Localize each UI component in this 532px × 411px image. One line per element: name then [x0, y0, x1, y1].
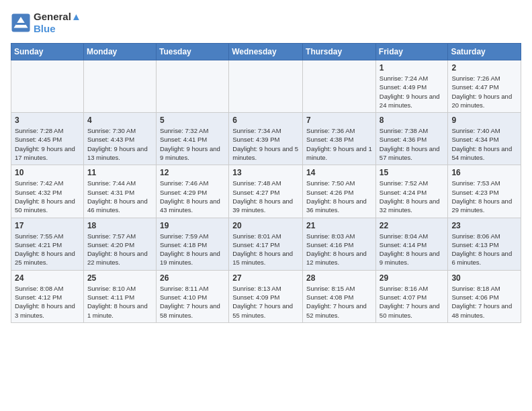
calendar-cell: 14Sunrise: 7:50 AMSunset: 4:26 PMDayligh…: [303, 165, 376, 218]
calendar-cell: 18Sunrise: 7:57 AMSunset: 4:20 PMDayligh…: [83, 218, 156, 270]
logo: General▲ Blue: [11, 11, 81, 35]
day-number: 8: [380, 116, 445, 125]
calendar-body: 1Sunrise: 7:24 AMSunset: 4:49 PMDaylight…: [11, 60, 521, 323]
day-number: 2: [451, 63, 517, 73]
calendar-cell: 9Sunrise: 7:40 AMSunset: 4:34 PMDaylight…: [448, 113, 521, 165]
calendar-cell: 21Sunrise: 8:03 AMSunset: 4:16 PMDayligh…: [303, 218, 376, 270]
day-info: Sunrise: 8:04 AMSunset: 4:14 PMDaylight:…: [380, 232, 445, 267]
day-info: Sunrise: 7:38 AMSunset: 4:36 PMDaylight:…: [380, 126, 445, 162]
day-number: 5: [160, 116, 225, 125]
day-info: Sunrise: 7:44 AMSunset: 4:31 PMDaylight:…: [87, 179, 152, 214]
calendar-cell: 22Sunrise: 8:04 AMSunset: 4:14 PMDayligh…: [375, 218, 448, 270]
day-info: Sunrise: 7:55 AMSunset: 4:21 PMDaylight:…: [15, 232, 80, 267]
calendar-week-row: 24Sunrise: 8:08 AMSunset: 4:12 PMDayligh…: [11, 270, 521, 322]
calendar-header-row: SundayMondayTuesdayWednesdayThursdayFrid…: [11, 44, 521, 60]
day-number: 4: [87, 116, 152, 125]
calendar-week-row: 17Sunrise: 7:55 AMSunset: 4:21 PMDayligh…: [11, 218, 521, 270]
calendar-header-monday: Monday: [83, 44, 156, 60]
calendar-cell: 13Sunrise: 7:48 AMSunset: 4:27 PMDayligh…: [229, 165, 303, 218]
day-number: 11: [87, 168, 152, 177]
day-number: 23: [451, 221, 517, 230]
day-info: Sunrise: 8:13 AMSunset: 4:09 PMDaylight:…: [232, 284, 299, 320]
calendar-cell: 26Sunrise: 8:11 AMSunset: 4:10 PMDayligh…: [156, 270, 228, 322]
day-number: 9: [451, 116, 517, 125]
day-info: Sunrise: 8:16 AMSunset: 4:07 PMDaylight:…: [380, 284, 445, 320]
calendar-cell: 27Sunrise: 8:13 AMSunset: 4:09 PMDayligh…: [229, 270, 303, 322]
calendar-cell: 12Sunrise: 7:46 AMSunset: 4:29 PMDayligh…: [156, 165, 228, 218]
calendar-header-friday: Friday: [375, 44, 448, 60]
calendar-cell: 24Sunrise: 8:08 AMSunset: 4:12 PMDayligh…: [11, 270, 84, 322]
day-number: 7: [306, 116, 372, 125]
day-number: 12: [160, 168, 225, 177]
calendar-cell: 1Sunrise: 7:24 AMSunset: 4:49 PMDaylight…: [375, 60, 448, 113]
day-info: Sunrise: 7:46 AMSunset: 4:29 PMDaylight:…: [160, 179, 225, 214]
day-info: Sunrise: 7:57 AMSunset: 4:20 PMDaylight:…: [87, 232, 152, 267]
calendar-week-row: 3Sunrise: 7:28 AMSunset: 4:45 PMDaylight…: [11, 113, 521, 165]
svg-rect-2: [16, 23, 26, 25]
day-info: Sunrise: 8:15 AMSunset: 4:08 PMDaylight:…: [306, 284, 372, 320]
day-number: 21: [306, 221, 372, 230]
logo-text: General▲ Blue: [34, 11, 81, 35]
calendar-cell: 29Sunrise: 8:16 AMSunset: 4:07 PMDayligh…: [375, 270, 448, 322]
day-number: 28: [306, 273, 372, 283]
day-info: Sunrise: 8:18 AMSunset: 4:06 PMDaylight:…: [451, 284, 517, 320]
calendar-cell: 2Sunrise: 7:26 AMSunset: 4:47 PMDaylight…: [448, 60, 521, 113]
day-info: Sunrise: 7:30 AMSunset: 4:43 PMDaylight:…: [87, 126, 152, 162]
calendar-cell: 15Sunrise: 7:52 AMSunset: 4:24 PMDayligh…: [375, 165, 448, 218]
day-info: Sunrise: 7:59 AMSunset: 4:18 PMDaylight:…: [160, 232, 225, 267]
day-number: 16: [451, 168, 517, 177]
day-number: 14: [306, 168, 372, 177]
calendar-cell: [11, 60, 84, 113]
day-number: 26: [160, 273, 225, 283]
day-info: Sunrise: 7:53 AMSunset: 4:23 PMDaylight:…: [451, 179, 517, 214]
calendar-cell: 8Sunrise: 7:38 AMSunset: 4:36 PMDaylight…: [375, 113, 448, 165]
day-number: 30: [451, 273, 517, 283]
calendar-cell: 16Sunrise: 7:53 AMSunset: 4:23 PMDayligh…: [448, 165, 521, 218]
calendar-cell: 25Sunrise: 8:10 AMSunset: 4:11 PMDayligh…: [83, 270, 156, 322]
day-info: Sunrise: 7:48 AMSunset: 4:27 PMDaylight:…: [232, 179, 299, 214]
day-number: 27: [232, 273, 299, 283]
day-info: Sunrise: 8:11 AMSunset: 4:10 PMDaylight:…: [160, 284, 225, 320]
calendar-cell: [156, 60, 228, 113]
day-number: 25: [87, 273, 152, 283]
day-number: 1: [380, 63, 445, 73]
calendar-header-sunday: Sunday: [11, 44, 84, 60]
day-number: 13: [232, 168, 299, 177]
calendar-week-row: 10Sunrise: 7:42 AMSunset: 4:32 PMDayligh…: [11, 165, 521, 218]
calendar-cell: 23Sunrise: 8:06 AMSunset: 4:13 PMDayligh…: [448, 218, 521, 270]
day-info: Sunrise: 8:08 AMSunset: 4:12 PMDaylight:…: [15, 284, 80, 320]
day-number: 18: [87, 221, 152, 230]
day-info: Sunrise: 7:28 AMSunset: 4:45 PMDaylight:…: [15, 126, 80, 162]
day-info: Sunrise: 8:10 AMSunset: 4:11 PMDaylight:…: [87, 284, 152, 320]
calendar-week-row: 1Sunrise: 7:24 AMSunset: 4:49 PMDaylight…: [11, 60, 521, 113]
day-info: Sunrise: 7:40 AMSunset: 4:34 PMDaylight:…: [451, 126, 517, 162]
calendar-header-tuesday: Tuesday: [156, 44, 228, 60]
day-info: Sunrise: 8:01 AMSunset: 4:17 PMDaylight:…: [232, 232, 299, 267]
calendar-cell: 10Sunrise: 7:42 AMSunset: 4:32 PMDayligh…: [11, 165, 84, 218]
day-number: 10: [15, 168, 80, 177]
calendar-cell: 28Sunrise: 8:15 AMSunset: 4:08 PMDayligh…: [303, 270, 376, 322]
calendar-cell: [303, 60, 376, 113]
day-number: 20: [232, 221, 299, 230]
calendar-cell: [229, 60, 303, 113]
calendar-header-thursday: Thursday: [303, 44, 376, 60]
day-number: 15: [380, 168, 445, 177]
calendar-cell: [83, 60, 156, 113]
calendar-cell: 4Sunrise: 7:30 AMSunset: 4:43 PMDaylight…: [83, 113, 156, 165]
day-info: Sunrise: 7:24 AMSunset: 4:49 PMDaylight:…: [380, 74, 445, 109]
day-number: 29: [380, 273, 445, 283]
day-info: Sunrise: 8:03 AMSunset: 4:16 PMDaylight:…: [306, 232, 372, 267]
day-number: 24: [15, 273, 80, 283]
header: General▲ Blue: [11, 11, 521, 35]
day-info: Sunrise: 7:36 AMSunset: 4:38 PMDaylight:…: [306, 126, 372, 162]
day-number: 19: [160, 221, 225, 230]
day-number: 22: [380, 221, 445, 230]
day-info: Sunrise: 7:26 AMSunset: 4:47 PMDaylight:…: [451, 74, 517, 109]
day-info: Sunrise: 7:50 AMSunset: 4:26 PMDaylight:…: [306, 179, 372, 214]
calendar-cell: 5Sunrise: 7:32 AMSunset: 4:41 PMDaylight…: [156, 113, 228, 165]
logo-icon: [11, 13, 31, 33]
day-number: 17: [15, 221, 80, 230]
calendar-cell: 3Sunrise: 7:28 AMSunset: 4:45 PMDaylight…: [11, 113, 84, 165]
day-number: 3: [15, 116, 80, 125]
calendar-table: SundayMondayTuesdayWednesdayThursdayFrid…: [11, 43, 521, 323]
